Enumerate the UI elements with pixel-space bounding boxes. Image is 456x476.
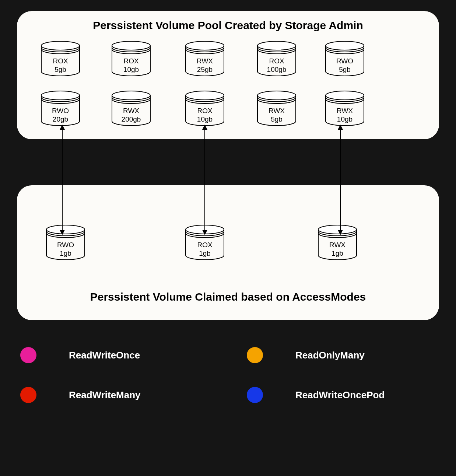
- pv-volume: RWX25gb: [185, 41, 225, 77]
- pvc-size: 1gb: [199, 249, 211, 257]
- legend-item: ReadWriteOncePod: [247, 387, 385, 403]
- legend-swatch: [247, 347, 263, 363]
- legend-item: ReadOnlyMany: [247, 347, 365, 363]
- arrow-head-up-icon: [202, 125, 207, 130]
- pv-mode: RWX: [337, 107, 353, 115]
- pv-volume: ROX10gb: [185, 90, 225, 126]
- svg-point-7: [186, 91, 224, 100]
- svg-point-8: [257, 91, 296, 100]
- binding-arrow: [340, 128, 341, 231]
- pv-mode: ROX: [269, 57, 284, 65]
- pv-volume: RWX10gb: [325, 90, 365, 126]
- pv-size: 20gb: [53, 115, 68, 123]
- pv-volume: ROX10gb: [111, 41, 151, 77]
- pv-size: 25gb: [197, 66, 213, 73]
- arrow-head-down-icon: [60, 230, 65, 235]
- pv-mode: ROX: [197, 107, 212, 115]
- pvc-mode: RWO: [57, 241, 74, 249]
- legend-label: ReadWriteOnce: [69, 350, 140, 361]
- pv-size: 5gb: [339, 66, 351, 73]
- pv-pool-title: Perssistent Volume Pool Created by Stora…: [17, 19, 439, 32]
- pv-size: 10gb: [197, 115, 213, 123]
- svg-point-3: [257, 41, 296, 50]
- pv-volume: ROX5gb: [40, 41, 81, 77]
- pv-mode: RWX: [123, 107, 139, 115]
- svg-point-12: [318, 225, 357, 234]
- arrow-head-up-icon: [338, 125, 343, 130]
- pvc-volume: RWO1gb: [45, 224, 86, 260]
- pvc-volume: RWX1gb: [317, 224, 358, 260]
- arrow-head-down-icon: [338, 230, 343, 235]
- pv-mode: RWO: [336, 57, 353, 65]
- pv-size: 100gb: [267, 66, 287, 73]
- pv-size: 5gb: [271, 115, 283, 123]
- svg-point-10: [46, 225, 85, 234]
- pv-size: 5gb: [55, 66, 66, 73]
- pv-mode: ROX: [123, 57, 138, 65]
- pv-volume: RWX200gb: [111, 90, 151, 126]
- pv-size: 10gb: [123, 66, 139, 73]
- legend-label: ReadWriteOncePod: [295, 389, 385, 401]
- pv-pool-panel: Perssistent Volume Pool Created by Stora…: [17, 11, 439, 139]
- svg-point-1: [112, 41, 150, 50]
- legend-swatch: [20, 347, 36, 363]
- arrow-head-down-icon: [202, 230, 207, 235]
- legend-label: ReadWriteMany: [69, 389, 141, 401]
- legend-label: ReadOnlyMany: [295, 350, 365, 361]
- pvc-panel: RWO1gb ROX1gb RWX1gb Perssistent Volume …: [17, 185, 439, 320]
- svg-point-9: [326, 91, 364, 100]
- arrow-head-up-icon: [60, 125, 65, 130]
- svg-point-5: [41, 91, 80, 100]
- svg-point-4: [326, 41, 364, 50]
- pvc-mode: ROX: [197, 241, 212, 249]
- pvc-title: Perssistent Volume Claimed based on Acce…: [17, 291, 439, 303]
- legend-item: ReadWriteOnce: [20, 347, 140, 363]
- binding-arrow: [204, 128, 205, 231]
- binding-arrow: [62, 128, 63, 231]
- svg-point-0: [41, 41, 80, 50]
- pv-mode: RWX: [269, 107, 285, 115]
- pv-size: 200gb: [122, 115, 141, 123]
- pv-mode: RWO: [52, 107, 69, 115]
- pv-volume: ROX100gb: [256, 41, 297, 77]
- pv-volume: RWO20gb: [40, 90, 81, 126]
- svg-point-6: [112, 91, 150, 100]
- pv-volume: RWX5gb: [256, 90, 297, 126]
- pvc-mode: RWX: [329, 241, 345, 249]
- pv-volume: RWO5gb: [325, 41, 365, 77]
- pvc-size: 1gb: [60, 249, 71, 257]
- legend-item: ReadWriteMany: [20, 387, 141, 403]
- legend-swatch: [20, 387, 36, 403]
- legend-swatch: [247, 387, 263, 403]
- svg-point-2: [186, 41, 224, 50]
- pvc-size: 1gb: [332, 249, 343, 257]
- pv-size: 10gb: [337, 115, 352, 123]
- pv-mode: ROX: [53, 57, 68, 65]
- pv-mode: RWX: [197, 57, 213, 65]
